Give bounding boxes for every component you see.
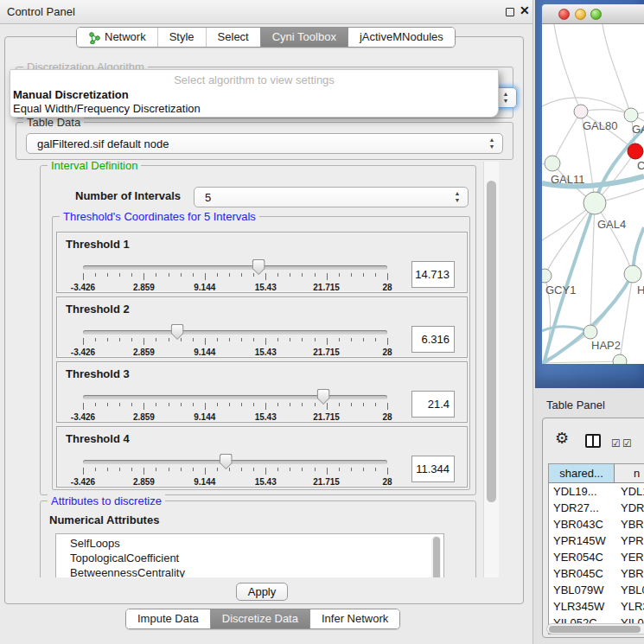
column-header-name[interactable]: n — [615, 464, 644, 482]
tick-mark — [351, 403, 352, 406]
threshold-value-field[interactable]: 6.316 — [411, 326, 455, 353]
tab-network[interactable]: Network — [77, 28, 157, 47]
tab-select[interactable]: Select — [206, 28, 260, 47]
table-row[interactable]: YDL19...YDL1 — [549, 483, 644, 500]
table-row[interactable]: YPR145WYPR1 — [549, 532, 644, 549]
network-node-label: GAL11 — [551, 173, 585, 186]
float-icon[interactable] — [506, 8, 514, 16]
content-scrollbar[interactable] — [483, 162, 499, 577]
threshold-slider[interactable] — [83, 460, 387, 464]
tick-mark — [229, 468, 230, 471]
combo-stepper-icon[interactable]: ▲▼ — [453, 190, 462, 204]
thresholds-group-title: Threshold's Coordinates for 5 Intervals — [60, 210, 259, 223]
tick-mark — [95, 403, 96, 406]
attribute-items: SelfLoopsTopologicalCoefficientBetweenne… — [56, 534, 443, 577]
network-node[interactable] — [545, 156, 560, 171]
network-node[interactable] — [613, 354, 627, 364]
checkbox-icon[interactable]: ☑ — [611, 437, 621, 450]
tick-mark — [375, 338, 376, 341]
cell-shared-name: YDL19... — [549, 483, 615, 500]
threshold-value-field[interactable]: 14.713 — [411, 261, 455, 288]
close-icon[interactable]: ✕ — [520, 3, 530, 17]
tick-mark — [351, 338, 352, 341]
bottom-tab-discretize-data[interactable]: Discretize Data — [210, 609, 309, 628]
columns-icon[interactable] — [585, 434, 601, 448]
table-row[interactable]: YLR345WYLR3 — [549, 598, 644, 615]
tick-mark — [315, 468, 316, 471]
network-canvas[interactable]: GAL80GACGAL11GAL4GCY1HHAP2 — [542, 24, 644, 364]
minimize-traffic-light-icon[interactable] — [575, 9, 586, 20]
network-node[interactable] — [574, 105, 588, 118]
threshold-value-field[interactable]: 21.4 — [411, 391, 455, 418]
tick-label: -3.426 — [71, 283, 95, 292]
threshold-slider[interactable] — [83, 265, 387, 270]
threshold-panel: Threshold 2-3.4262.8599.14415.4321.71528… — [56, 296, 468, 358]
network-node[interactable] — [583, 325, 597, 339]
algorithm-popup: Select algorithm to view settings Manual… — [10, 69, 499, 118]
network-node[interactable] — [624, 108, 638, 122]
network-node[interactable] — [628, 143, 643, 159]
close-traffic-light-icon[interactable] — [558, 9, 570, 20]
algorithm-popup-prompt: Select algorithm to view settings — [10, 73, 498, 86]
attributes-group-title: Attributes to discretize — [48, 494, 165, 507]
network-node-label: GAL80 — [583, 119, 617, 132]
combo-stepper-icon[interactable]: ▲▼ — [501, 91, 510, 105]
tick-mark — [119, 338, 120, 341]
attribute-item[interactable]: BetweennessCentrality — [56, 565, 443, 577]
table-row[interactable]: YBL079WYBL0 — [549, 582, 644, 598]
tab-jactivemnodules[interactable]: jActiveMNodules — [348, 28, 455, 47]
tick-mark — [156, 273, 156, 277]
tick-mark — [290, 273, 290, 277]
table-hscrollbar-thumb[interactable] — [549, 626, 641, 633]
cell-name: YPR1 — [615, 532, 644, 549]
tab-label: jActiveMNodules — [360, 28, 443, 47]
attribute-item[interactable]: SelfLoops — [56, 536, 443, 551]
network-node[interactable] — [583, 192, 606, 214]
apply-button[interactable]: Apply — [236, 583, 288, 601]
checkbox-icon[interactable]: ☑ — [622, 437, 632, 450]
threshold-label: Threshold 1 — [66, 238, 130, 251]
bottom-tab-infer-network[interactable]: Infer Network — [309, 609, 399, 628]
threshold-slider[interactable] — [83, 395, 387, 399]
num-intervals-combobox[interactable]: 5 ▲▼ — [194, 187, 469, 207]
combo-stepper-icon[interactable]: ▲▼ — [488, 137, 496, 150]
table-data-title: Table Data — [23, 116, 84, 129]
tick-mark — [375, 403, 376, 406]
network-window: GAL80GACGAL11GAL4GCY1HHAP2 — [535, 0, 644, 388]
tab-cyni-toolbox[interactable]: Cyni Toolbox — [260, 28, 348, 47]
tick-mark — [253, 338, 254, 341]
threshold-value-field[interactable]: 11.344 — [411, 456, 455, 482]
column-header-shared-name[interactable]: shared... — [549, 464, 615, 482]
gear-icon[interactable]: ⚙ — [555, 429, 569, 448]
tick-mark — [241, 273, 242, 277]
tick-mark — [351, 468, 352, 471]
algorithm-option[interactable]: Manual Discretization — [13, 88, 129, 101]
tick-mark — [327, 273, 328, 280]
zoom-traffic-light-icon[interactable] — [590, 9, 602, 20]
network-titlebar[interactable] — [542, 4, 644, 24]
threshold-panel: Threshold 3-3.4262.8599.14415.4321.71528… — [56, 361, 468, 423]
table-hscrollbar[interactable] — [546, 623, 644, 634]
table-row[interactable]: YBR043CYBR0 — [549, 516, 644, 532]
threshold-slider[interactable] — [83, 330, 387, 335]
tick-mark — [205, 273, 206, 280]
table-row[interactable]: YER054CYER0 — [549, 549, 644, 565]
table-row[interactable]: YDR27...YDR2 — [549, 500, 644, 516]
attribute-item[interactable]: TopologicalCoefficient — [56, 551, 443, 565]
attributes-scrollbar-thumb[interactable] — [433, 537, 440, 577]
network-node[interactable] — [624, 265, 641, 283]
table-data-combobox[interactable]: galFiltered.sif default node ▲▼ — [26, 133, 503, 154]
tick-label: 28 — [382, 283, 392, 292]
algorithm-option[interactable]: Equal Width/Frequency Discretization — [13, 102, 201, 115]
network-node[interactable] — [542, 269, 552, 283]
tick-mark — [119, 273, 120, 277]
tick-mark — [193, 403, 194, 406]
attributes-scrollbar[interactable] — [431, 536, 441, 577]
table-row[interactable]: YBR045CYBR0 — [549, 565, 644, 582]
tick-mark — [241, 468, 242, 471]
tab-style[interactable]: Style — [157, 28, 206, 47]
bottom-tab-impute-data[interactable]: Impute Data — [126, 609, 210, 628]
content-scrollbar-thumb[interactable] — [487, 181, 496, 502]
numerical-attributes-list[interactable]: SelfLoopsTopologicalCoefficientBetweenne… — [55, 533, 444, 577]
tick-label: 9.144 — [194, 283, 215, 292]
